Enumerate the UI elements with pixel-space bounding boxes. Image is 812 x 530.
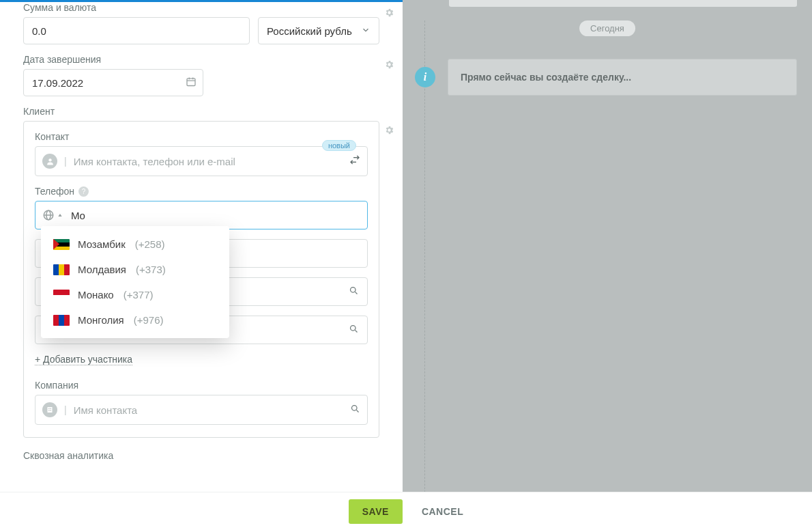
- currency-select[interactable]: Российский рубль: [258, 17, 379, 44]
- building-icon: [42, 402, 57, 417]
- country-option-monaco[interactable]: Монако (+377): [41, 282, 229, 307]
- end-date-label: Дата завершения: [23, 54, 379, 65]
- svg-point-4: [48, 158, 51, 161]
- svg-line-10: [355, 292, 357, 294]
- client-label: Клиент: [23, 106, 379, 117]
- contact-label: Контакт: [35, 131, 368, 142]
- cancel-button[interactable]: CANCEL: [422, 506, 463, 517]
- caret-up-icon: [57, 212, 63, 218]
- new-badge: новый: [322, 140, 356, 151]
- svg-marker-8: [58, 214, 61, 217]
- person-icon: [42, 154, 57, 169]
- contact-name-input[interactable]: [74, 156, 343, 167]
- info-card: Прямо сейчас вы создаёте сделку...: [448, 59, 797, 96]
- svg-rect-15: [50, 408, 52, 410]
- amount-label: Сумма и валюта: [23, 2, 379, 13]
- flag-monaco-icon: [53, 290, 70, 301]
- svg-point-18: [352, 406, 358, 411]
- flag-mongolia-icon: [53, 315, 70, 326]
- timeline-panel: Сегодня i Прямо сейчас вы создаёте сделк…: [403, 0, 812, 530]
- phone-input-wrap[interactable]: [35, 201, 368, 229]
- deal-form-panel: Сумма и валюта Российский рубль Дата зав…: [0, 0, 403, 530]
- contact-input-wrap[interactable]: новый |: [35, 146, 368, 176]
- end-date-input[interactable]: [23, 69, 203, 96]
- analytics-label: Сквозная аналитика: [23, 450, 379, 461]
- pipe-separator: |: [64, 404, 67, 415]
- search-icon[interactable]: [349, 324, 359, 336]
- svg-rect-0: [187, 79, 195, 86]
- country-option-mozambique[interactable]: Мозамбик (+258): [41, 232, 229, 257]
- company-input-wrap[interactable]: |: [35, 395, 368, 425]
- country-option-mongolia[interactable]: Монголия (+976): [41, 307, 229, 333]
- info-icon: i: [415, 67, 435, 87]
- company-label: Компания: [35, 380, 368, 391]
- footer-bar: SAVE CANCEL: [0, 492, 812, 530]
- gear-icon[interactable]: [384, 8, 394, 20]
- svg-line-12: [355, 330, 357, 332]
- help-icon[interactable]: ?: [78, 186, 89, 197]
- svg-rect-14: [48, 408, 50, 410]
- pipe-separator: |: [64, 156, 67, 167]
- flag-mozambique-icon: [53, 239, 70, 250]
- ghost-card: [449, 0, 797, 7]
- analytics-field-row: Сквозная аналитика: [23, 450, 379, 461]
- today-chip: Сегодня: [579, 20, 635, 36]
- svg-line-19: [356, 410, 358, 412]
- svg-point-11: [351, 326, 356, 331]
- svg-point-9: [351, 288, 356, 293]
- country-code-trigger[interactable]: [42, 209, 68, 221]
- company-name-input[interactable]: [74, 404, 343, 416]
- country-option-moldova[interactable]: Молдавия (+373): [41, 257, 229, 282]
- phone-label: Телефон ?: [35, 186, 368, 197]
- end-date-field-row: Дата завершения: [23, 54, 379, 96]
- save-button[interactable]: SAVE: [349, 499, 403, 524]
- phone-search-input[interactable]: [68, 210, 360, 221]
- calendar-icon[interactable]: [186, 76, 197, 89]
- gear-icon[interactable]: [384, 125, 394, 137]
- add-participant-link[interactable]: + Добавить участника: [35, 354, 132, 365]
- swap-icon[interactable]: [349, 154, 360, 168]
- amount-field-row: Сумма и валюта Российский рубль: [23, 2, 379, 44]
- svg-rect-16: [48, 410, 50, 411]
- timeline-line: [424, 20, 425, 530]
- svg-rect-13: [48, 407, 53, 413]
- globe-icon: [42, 209, 55, 221]
- svg-rect-17: [50, 410, 52, 411]
- country-dropdown: Мозамбик (+258) Молдавия (+373) Монако (…: [41, 226, 229, 338]
- gear-icon[interactable]: [384, 59, 394, 72]
- search-icon[interactable]: [349, 285, 359, 298]
- chevron-down-icon: [361, 25, 371, 37]
- amount-input[interactable]: [23, 17, 250, 44]
- currency-selected-label: Российский рубль: [267, 25, 352, 37]
- search-icon[interactable]: [350, 404, 360, 416]
- flag-moldova-icon: [53, 264, 70, 275]
